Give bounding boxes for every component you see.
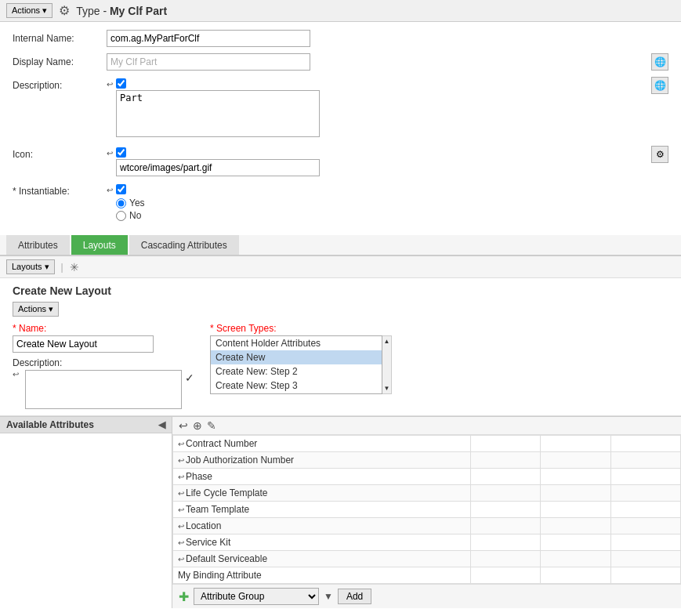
table-row: ↩Life Cycle Template [173,485,681,502]
attr-name-cell: ↩Phase [173,469,471,485]
attr-name-text: Service Kit [186,537,230,548]
available-attrs-header: Available Attributes ◀ [0,417,172,433]
instantiable-row: * Instantiable: ↩ Yes No [13,183,668,221]
tab-attributes[interactable]: Attributes [6,235,70,255]
screen-types-list[interactable]: Content Holder Attributes Create New Cre… [210,335,382,394]
desc-area-wrap: ↩ ✓ [13,370,194,409]
create-layout-title: Create New Layout [13,284,668,297]
actions-button[interactable]: Actions ▾ [6,3,53,18]
create-layout-section: Create New Layout Actions ▾ * Name: Desc… [0,278,681,416]
yes-label: Yes [129,197,145,208]
table-row: ↩Default Serviceable [173,551,681,567]
internal-name-row: Internal Name: [13,30,668,47]
table-row: ↩Team Template [173,502,681,518]
name-field-wrap: * Name: [13,323,194,353]
description-translate-btn[interactable]: 🌐 [651,77,668,94]
page-title-name: My Clf Part [110,5,167,17]
list-scroll-up[interactable]: ▲ [384,338,390,345]
table-row: ↩Contract Number [173,436,681,452]
available-attrs-collapse-btn[interactable]: ◀ [158,419,165,430]
description-input-wrap: Part [116,77,648,140]
attr-group-select[interactable]: Attribute Group [194,588,319,605]
tab-layouts[interactable]: Layouts [71,235,128,255]
screen-type-item-1[interactable]: Create New [211,350,382,364]
attr-row-name: ↩Contract Number [178,438,465,449]
spinner-icon[interactable]: ✳ [70,261,79,274]
desc-translate-icon[interactable]: ↩ [107,77,113,89]
screen-type-item-2[interactable]: Create New: Step 2 [211,364,382,379]
icon-gear-btn[interactable]: ⚙ [651,146,668,163]
layouts-label: Layouts ▾ [12,262,49,272]
tab-cascading-attributes[interactable]: Cascading Attributes [129,235,239,255]
create-layout-actions-btn[interactable]: Actions ▾ [13,302,59,317]
desc-field-wrap: Description: ↩ ✓ [13,357,194,409]
screen-type-item-4[interactable]: Edit: Step 2 [211,393,382,394]
instantiable-translate-icon[interactable]: ↩ [107,183,113,194]
attr-row-name: ↩Phase [178,471,465,482]
icon-translate-icon[interactable]: ↩ [107,146,113,158]
bottom-section: Available Attributes ◀ ↩ ⊕ ✎ ↩Contract N… [0,416,681,608]
instantiable-no-label[interactable]: No [116,210,668,221]
icon-actions: ⚙ [651,146,668,163]
internal-name-input[interactable] [107,30,310,47]
attr-name-cell: ↩Team Template [173,502,471,518]
attr-col-0 [471,567,541,584]
display-name-translate-btn[interactable]: 🌐 [651,53,668,71]
add-button[interactable]: Add [338,589,371,604]
attr-col-2 [610,567,680,584]
icon-label: Icon: [13,146,107,160]
layouts-dropdown-btn[interactable]: Layouts ▾ [6,259,55,274]
attr-name-text: Job Authorization Number [186,455,294,466]
description-textarea[interactable]: Part [116,90,320,137]
internal-name-label: Internal Name: [13,30,107,44]
attr-col-2 [610,436,680,452]
translate-icon: 🌐 [654,56,666,67]
attr-name-cell: ↩Location [173,518,471,534]
table-row: My Binding Attribute [173,567,681,584]
icon-input[interactable] [116,159,320,176]
attrs-table-section: ↩ ⊕ ✎ ↩Contract Number↩Job Authorization… [172,416,681,608]
instantiable-yes-label[interactable]: Yes [116,197,668,208]
instantiable-yes-radio[interactable] [116,198,126,208]
select-dropdown-arrow[interactable]: ▼ [324,591,333,602]
attrs-edit-icon[interactable]: ✎ [207,419,216,432]
form-section: Internal Name: Display Name: 🌐 Descripti… [0,22,681,235]
attr-name-text: Life Cycle Template [186,487,268,498]
table-row: ↩Service Kit [173,534,681,551]
attr-col-2 [610,452,680,469]
attr-col-2 [610,534,680,551]
display-name-input[interactable] [107,53,310,71]
gear-icon[interactable]: ⚙ [59,3,70,18]
display-name-input-wrap [107,53,648,71]
screen-type-item-3[interactable]: Create New: Step 3 [211,379,382,393]
add-icon[interactable]: ✚ [179,589,189,604]
instantiable-no-radio[interactable] [116,211,126,221]
name-input[interactable] [13,335,154,353]
attr-row-name: ↩Service Kit [178,537,465,548]
screen-type-item-0[interactable]: Content Holder Attributes [211,336,382,350]
attrs-link-icon[interactable]: ↩ [179,419,188,432]
attr-name-cell: My Binding Attribute [173,567,471,584]
description-checkbox[interactable] [116,78,126,89]
attr-col-0 [471,469,541,485]
attr-name-cell: ↩Default Serviceable [173,551,471,567]
attrs-add-icon[interactable]: ⊕ [193,419,202,432]
available-attrs-label: Available Attributes [6,419,94,430]
attr-col-1 [541,436,610,452]
attr-col-2 [610,518,680,534]
layout-desc-translate-icon[interactable]: ↩ [13,370,19,379]
desc-field-label: Description: [13,357,194,368]
attr-link-icon: ↩ [178,538,184,547]
instantiable-input-wrap: Yes No [116,183,668,221]
attr-name-text: My Binding Attribute [178,570,262,581]
list-scroll-down[interactable]: ▼ [384,385,390,392]
layout-check-mark[interactable]: ✓ [185,370,194,384]
instantiable-radio-group: Yes No [116,196,668,221]
instantiable-checkbox[interactable] [116,184,126,194]
internal-name-input-wrap [107,30,668,47]
icon-checkbox[interactable] [116,147,126,158]
layout-desc-textarea[interactable] [25,370,182,409]
attr-name-text: Phase [186,471,212,482]
attr-col-2 [610,469,680,485]
description-label: Description: [13,77,107,91]
